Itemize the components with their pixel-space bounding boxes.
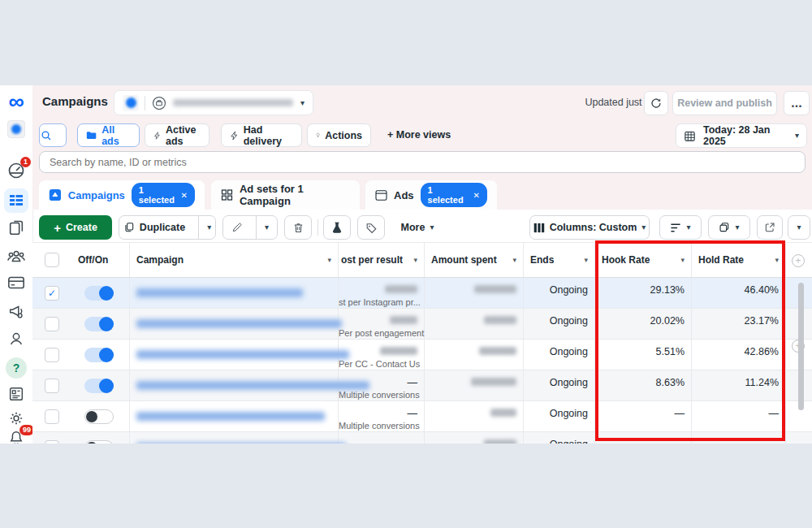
- sidebar-item-home[interactable]: 1: [0, 160, 32, 180]
- table-header: Off/On Campaign▾ ost per result▾ Amount …: [32, 242, 812, 278]
- row-checkbox[interactable]: ✓: [45, 286, 59, 301]
- account-name-redacted: [173, 99, 293, 106]
- close-icon[interactable]: ✕: [473, 191, 480, 200]
- audiences-icon: [6, 247, 26, 265]
- col-hook-rate[interactable]: Hook Rate▾: [595, 243, 692, 277]
- sort-icon[interactable]: ▾: [680, 256, 685, 264]
- campaign-toggle[interactable]: [84, 409, 114, 424]
- sort-icon[interactable]: ▾: [775, 256, 779, 264]
- news-icon: [7, 385, 25, 403]
- row-checkbox[interactable]: [45, 440, 59, 444]
- col-hold-rate[interactable]: Hold Rate▾: [692, 243, 786, 277]
- export-dropdown[interactable]: ▾: [788, 215, 810, 240]
- campaign-toggle[interactable]: [84, 286, 114, 301]
- sidebar-item-notifications[interactable]: 99: [0, 429, 32, 444]
- pages-icon: [7, 219, 25, 237]
- campaign-name-redacted[interactable]: [136, 288, 303, 297]
- review-and-publish-button[interactable]: Review and publish: [672, 91, 777, 115]
- sidebar-item-ads-settings[interactable]: [0, 302, 32, 320]
- add-column-button[interactable]: +: [792, 254, 805, 267]
- reports-button[interactable]: ▾: [708, 215, 750, 240]
- selected-count-pill[interactable]: 1 selected✕: [132, 183, 195, 207]
- amount-spent-redacted: [490, 409, 516, 417]
- col-cost-per-result[interactable]: ost per result▾: [339, 243, 425, 277]
- toggle-knob: [99, 348, 114, 362]
- help-icon: ?: [6, 357, 27, 379]
- campaign-name-redacted[interactable]: [136, 350, 349, 359]
- table-row: Per post engagementOngoing20.02%23.17%: [32, 309, 812, 340]
- amount-spent-redacted: [479, 347, 516, 355]
- sidebar-item-campaigns[interactable]: [0, 188, 32, 213]
- row-checkbox[interactable]: [45, 409, 59, 424]
- duplicate-button[interactable]: Duplicate: [115, 216, 193, 239]
- ends-value: Ongoing: [524, 340, 594, 357]
- duplicate-dropdown[interactable]: ▾: [198, 216, 219, 239]
- more-views-button[interactable]: + More views: [387, 129, 451, 141]
- more-actions-button[interactable]: More▾: [393, 215, 442, 240]
- sidebar-item-help[interactable]: ?: [0, 357, 32, 379]
- header-more-button[interactable]: ...: [784, 91, 810, 115]
- search-filter-button[interactable]: [39, 123, 67, 147]
- date-range-selector[interactable]: Today: 28 Jan 2025 ▾: [676, 123, 807, 148]
- campaign-toggle[interactable]: [84, 379, 114, 393]
- sidebar-item-audiences[interactable]: [0, 247, 32, 265]
- columns-button[interactable]: Columns: Custom▾: [529, 215, 650, 240]
- tab-ads[interactable]: Ads 1 selected✕: [365, 180, 497, 210]
- sidebar-account-avatar[interactable]: [0, 120, 32, 138]
- sidebar-item-billing[interactable]: [0, 275, 32, 291]
- sidebar-item-pages[interactable]: [0, 219, 32, 237]
- meta-logo[interactable]: ∞: [0, 91, 32, 112]
- row-checkbox[interactable]: [45, 348, 59, 362]
- amount-spent-redacted: [484, 316, 516, 324]
- business-portfolio-icon: [151, 95, 167, 111]
- sort-icon[interactable]: ▾: [327, 256, 331, 264]
- search-icon: [40, 129, 53, 142]
- selected-count-pill[interactable]: 1 selected✕: [421, 183, 487, 207]
- tag-button[interactable]: [357, 215, 385, 240]
- col-ends[interactable]: Ends▾: [524, 243, 595, 277]
- hook-rate-value: 29.13%: [595, 278, 691, 296]
- col-off-on[interactable]: Off/On: [71, 243, 130, 277]
- edit-dropdown[interactable]: ▾: [256, 216, 277, 239]
- campaign-name-redacted[interactable]: [136, 319, 342, 328]
- ad-account-selector[interactable]: ▾: [114, 90, 313, 115]
- edit-button[interactable]: [223, 216, 251, 239]
- campaign-toggle[interactable]: [84, 440, 114, 444]
- close-icon[interactable]: ✕: [181, 191, 188, 200]
- tab-ad-sets[interactable]: Ad sets for 1 Campaign: [211, 180, 360, 210]
- hook-rate-value: 8.63%: [595, 370, 691, 388]
- toggle-knob: [86, 411, 97, 422]
- col-campaign[interactable]: Campaign▾: [130, 243, 339, 277]
- bolt-icon: [153, 130, 161, 141]
- filter-all-ads[interactable]: All ads: [77, 123, 140, 147]
- row-checkbox[interactable]: [45, 317, 59, 331]
- vertical-scrollbar[interactable]: [798, 283, 804, 410]
- sort-icon[interactable]: ▾: [413, 256, 417, 264]
- campaign-name-redacted[interactable]: [136, 381, 369, 390]
- sort-icon[interactable]: ▾: [584, 256, 588, 264]
- breakdown-button[interactable]: ▾: [659, 215, 702, 240]
- filter-active-ads[interactable]: Active ads: [145, 123, 209, 147]
- create-button[interactable]: +Create: [39, 215, 112, 240]
- export-button[interactable]: [757, 215, 783, 240]
- campaign-toggle[interactable]: [84, 317, 114, 331]
- campaign-name-redacted[interactable]: [136, 412, 325, 421]
- sidebar-item-news[interactable]: [0, 385, 32, 403]
- refresh-button[interactable]: [644, 91, 668, 115]
- folder-icon: [86, 130, 97, 141]
- search-input[interactable]: [39, 151, 806, 173]
- campaign-name-redacted[interactable]: [136, 443, 346, 444]
- row-checkbox[interactable]: [45, 379, 59, 393]
- campaigns-tab-icon: [49, 188, 62, 202]
- select-all-checkbox[interactable]: [45, 253, 59, 267]
- sidebar-item-account-quality[interactable]: [0, 330, 32, 348]
- filter-actions[interactable]: Actions: [307, 123, 371, 147]
- filter-had-delivery[interactable]: Had delivery: [221, 123, 302, 147]
- campaign-toggle[interactable]: [84, 348, 114, 362]
- sort-icon[interactable]: ▾: [512, 256, 516, 264]
- tab-campaigns[interactable]: Campaigns 1 selected✕: [39, 180, 205, 210]
- columns-icon: [533, 223, 545, 233]
- col-amount-spent[interactable]: Amount spent▾: [425, 243, 524, 277]
- delete-button[interactable]: [284, 215, 312, 240]
- ab-test-button[interactable]: [323, 215, 351, 240]
